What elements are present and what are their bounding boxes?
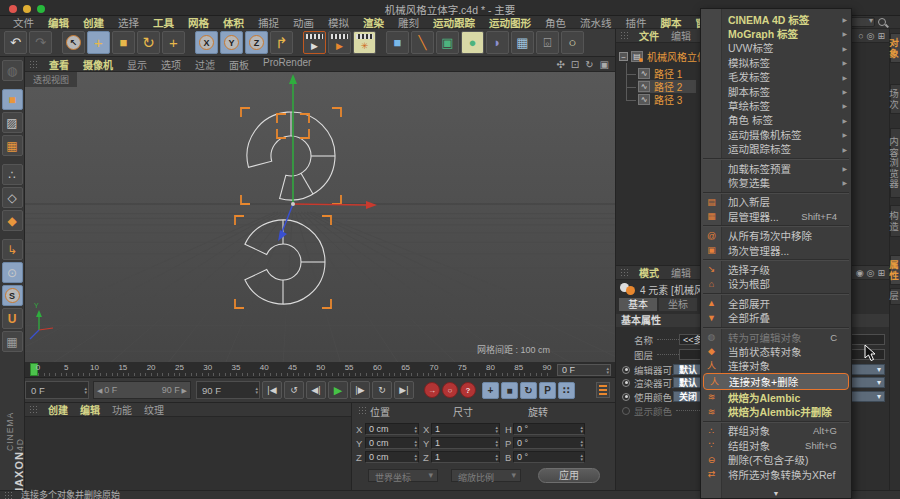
- context-menu-item-模拟标签[interactable]: 模拟标签: [701, 55, 851, 69]
- timeline-ruler[interactable]: 0 F 051015202530354045505560657075808590: [25, 362, 615, 378]
- drag-handle-icon[interactable]: [620, 268, 629, 277]
- context-menu-item-连接对象+删除[interactable]: 人连接对象+删除: [703, 373, 849, 390]
- play-loop-button[interactable]: ↻: [372, 381, 392, 399]
- expand-toggle[interactable]: –: [619, 52, 628, 61]
- environment-button[interactable]: ▦: [511, 31, 534, 54]
- menu-item-编辑[interactable]: 编辑: [665, 265, 697, 280]
- coord-stepper[interactable]: [495, 438, 498, 448]
- deformers-button[interactable]: ◗: [486, 31, 509, 54]
- enable-axis-button[interactable]: ↳: [2, 239, 23, 260]
- workplane-snap-button[interactable]: ▦: [2, 331, 23, 352]
- drag-handle-icon[interactable]: [4, 491, 13, 499]
- menu-item-功能[interactable]: 功能: [106, 402, 138, 417]
- context-menu-item-MoGraph 标签[interactable]: MoGraph 标签: [701, 26, 851, 40]
- workplane-mode-button[interactable]: ▦: [2, 135, 23, 156]
- om-view-icon[interactable]: ◎: [867, 31, 875, 41]
- menu-item-摄像机[interactable]: 摄像机: [76, 57, 120, 72]
- drag-handle-icon[interactable]: [620, 31, 629, 40]
- coord-input-Z-0[interactable]: 0 cm: [365, 451, 419, 463]
- viewport-solo-button[interactable]: ⊙: [2, 262, 23, 283]
- key-position-toggle[interactable]: +: [482, 382, 499, 399]
- menu-item-模拟[interactable]: 模拟: [321, 15, 356, 30]
- coord-input-H-2[interactable]: 0 °: [513, 423, 585, 435]
- polygons-mode-button[interactable]: ◆: [2, 210, 23, 231]
- spline-pen-button[interactable]: ╲: [411, 31, 434, 54]
- menu-item-显示[interactable]: 显示: [120, 57, 154, 72]
- coord-input-Y-0[interactable]: 0 cm: [365, 437, 419, 449]
- apply-button[interactable]: 应用: [538, 468, 600, 483]
- context-menu-item-运动摄像机标签[interactable]: 运动摄像机标签: [701, 127, 851, 141]
- context-menu-item-连接对象[interactable]: 人连接对象: [701, 359, 851, 373]
- coord-input-Z-1[interactable]: 1: [431, 451, 500, 463]
- dock-tab-属性[interactable]: 属性: [890, 255, 900, 285]
- viewport-zoom-control[interactable]: ⊡: [571, 59, 579, 70]
- coord-stepper[interactable]: [414, 452, 417, 462]
- menu-item-创建[interactable]: 创建: [76, 15, 111, 30]
- key-parameter-toggle[interactable]: P: [539, 382, 556, 399]
- menu-item-过滤[interactable]: 过滤: [188, 57, 222, 72]
- key-rotation-toggle[interactable]: ↻: [520, 382, 537, 399]
- visibility-dot[interactable]: [622, 379, 630, 387]
- last-used-tool[interactable]: +: [162, 31, 185, 54]
- menu-item-文件[interactable]: 文件: [6, 15, 41, 30]
- start-frame-stepper[interactable]: [84, 382, 87, 398]
- subdivision-surface-button[interactable]: ▣: [436, 31, 459, 54]
- scroll-down-indicator[interactable]: ▼: [701, 490, 851, 497]
- viewport-pan-control[interactable]: ✣: [556, 59, 564, 70]
- context-menu-item-运动跟踪标签[interactable]: 运动跟踪标签: [701, 142, 851, 156]
- end-frame-stepper[interactable]: [255, 382, 258, 398]
- am-focus-icon[interactable]: ◎: [867, 268, 875, 278]
- context-menu-item-脚本标签[interactable]: 脚本标签: [701, 84, 851, 98]
- end-frame-field[interactable]: 90 F: [196, 381, 260, 399]
- autokey-button[interactable]: ○: [442, 382, 458, 398]
- menu-item-编辑[interactable]: 编辑: [74, 402, 106, 417]
- coord-stepper[interactable]: [580, 438, 583, 448]
- menu-item-纹理[interactable]: 纹理: [138, 402, 170, 417]
- menu-item-选项[interactable]: 选项: [154, 57, 188, 72]
- object-tree-item-路径 3[interactable]: ∿路径 3: [638, 93, 682, 106]
- menu-item-雕刻[interactable]: 雕刻: [391, 15, 426, 30]
- play-button[interactable]: ▶: [328, 381, 348, 399]
- menu-item-体积[interactable]: 体积: [216, 15, 251, 30]
- scale-tool[interactable]: ■: [112, 31, 135, 54]
- tab-基本[interactable]: 基本: [619, 298, 657, 311]
- context-menu-item-群组对象[interactable]: ∴群组对象Alt+G: [701, 424, 851, 438]
- keyframe-selection-button[interactable]: ?: [460, 382, 476, 398]
- record-keyframe-button[interactable]: →: [424, 382, 440, 398]
- coord-input-P-2[interactable]: 0 °: [513, 437, 585, 449]
- dock-tab-对象[interactable]: 对象: [890, 33, 900, 63]
- coord-stepper[interactable]: [580, 452, 583, 462]
- key-scale-toggle[interactable]: ■: [501, 382, 518, 399]
- lock-x-axis-button[interactable]: X: [195, 31, 218, 54]
- coord-input-Y-1[interactable]: 1: [431, 437, 500, 449]
- menu-item-文件[interactable]: 文件: [633, 28, 665, 43]
- goto-start-button[interactable]: |◀: [262, 381, 282, 399]
- coord-input-X-1[interactable]: 1: [431, 423, 500, 435]
- viewport-rotate-control[interactable]: ↻: [585, 59, 593, 70]
- menu-item-运动图形[interactable]: 运动图形: [482, 15, 538, 30]
- live-selection-tool[interactable]: ↖: [62, 31, 85, 54]
- drag-handle-icon[interactable]: [29, 405, 38, 414]
- am-add-icon[interactable]: ⊞: [877, 268, 885, 278]
- menu-item-网格[interactable]: 网格: [181, 15, 216, 30]
- magnet-tool-button[interactable]: U: [2, 308, 23, 329]
- object-label[interactable]: 路径 3: [654, 92, 682, 107]
- light-button[interactable]: ○: [561, 31, 584, 54]
- coord-mode-dropdown-1[interactable]: 缩放比例: [451, 469, 521, 482]
- generators-button[interactable]: ●: [461, 31, 484, 54]
- viewport[interactable]: Y 网格间距 : 100 cm: [25, 72, 615, 362]
- om-filter-icon[interactable]: ○: [858, 31, 863, 41]
- menu-item-选择[interactable]: 选择: [111, 15, 146, 30]
- current-frame-field[interactable]: 0 F: [557, 364, 611, 376]
- menu-item-流水线[interactable]: 流水线: [573, 15, 619, 30]
- key-pla-toggle[interactable]: ∷: [558, 382, 575, 399]
- coord-stepper[interactable]: [495, 452, 498, 462]
- menu-item-创建[interactable]: 创建: [42, 402, 74, 417]
- view-name-badge[interactable]: 透视视图: [25, 72, 77, 87]
- dock-tab-内容浏览器[interactable]: 内容浏览器: [890, 128, 900, 198]
- goto-end-button[interactable]: ▶|: [394, 381, 414, 399]
- context-menu-item-角色 标签[interactable]: 角色 标签: [701, 113, 851, 127]
- tab-坐标[interactable]: 坐标: [659, 298, 697, 311]
- menu-item-查看[interactable]: 查看: [42, 57, 76, 72]
- dock-tab-构造[interactable]: 构造: [890, 205, 900, 237]
